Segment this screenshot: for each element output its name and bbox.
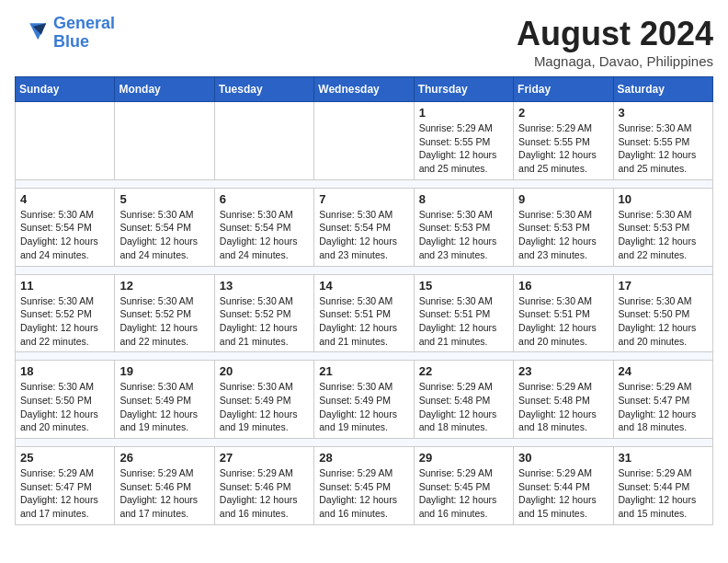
calendar-cell: 3Sunrise: 5:30 AM Sunset: 5:55 PM Daylig… <box>613 102 712 180</box>
weekday-header: Thursday <box>414 77 513 102</box>
week-divider <box>16 179 713 188</box>
day-info: Sunrise: 5:29 AM Sunset: 5:48 PM Dayligh… <box>419 380 508 434</box>
day-number: 5 <box>119 192 209 206</box>
day-number: 13 <box>220 279 309 293</box>
day-number: 25 <box>20 451 109 465</box>
day-info: Sunrise: 5:29 AM Sunset: 5:44 PM Dayligh… <box>619 466 708 521</box>
day-info: Sunrise: 5:30 AM Sunset: 5:51 PM Dayligh… <box>319 294 408 349</box>
day-info: Sunrise: 5:30 AM Sunset: 5:49 PM Dayligh… <box>119 380 209 434</box>
divider-cell <box>16 352 713 361</box>
calendar-cell: 26Sunrise: 5:29 AM Sunset: 5:46 PM Dayli… <box>115 447 214 525</box>
day-info: Sunrise: 5:30 AM Sunset: 5:51 PM Dayligh… <box>419 294 508 349</box>
weekday-header: Tuesday <box>214 77 313 102</box>
logo: General Blue <box>15 15 115 52</box>
day-info: Sunrise: 5:30 AM Sunset: 5:54 PM Dayligh… <box>319 208 408 262</box>
weekday-header: Saturday <box>613 77 712 102</box>
day-info: Sunrise: 5:30 AM Sunset: 5:50 PM Dayligh… <box>20 380 109 434</box>
day-info: Sunrise: 5:29 AM Sunset: 5:47 PM Dayligh… <box>20 466 109 521</box>
location: Magnaga, Davao, Philippines <box>517 53 713 69</box>
weekday-header: Friday <box>514 77 613 102</box>
day-number: 23 <box>518 364 608 378</box>
week-divider <box>16 352 713 361</box>
divider-cell <box>16 266 713 274</box>
page-header: General Blue August 2024 Magnaga, Davao,… <box>15 15 713 69</box>
calendar-cell: 12Sunrise: 5:30 AM Sunset: 5:52 PM Dayli… <box>115 274 214 352</box>
calendar-cell: 8Sunrise: 5:30 AM Sunset: 5:53 PM Daylig… <box>414 188 513 266</box>
calendar-cell: 6Sunrise: 5:30 AM Sunset: 5:54 PM Daylig… <box>214 188 313 266</box>
calendar-cell: 27Sunrise: 5:29 AM Sunset: 5:46 PM Dayli… <box>214 447 313 525</box>
day-info: Sunrise: 5:29 AM Sunset: 5:44 PM Dayligh… <box>518 466 608 521</box>
calendar-cell: 14Sunrise: 5:30 AM Sunset: 5:51 PM Dayli… <box>314 274 414 352</box>
title-block: August 2024 Magnaga, Davao, Philippines <box>517 15 713 69</box>
day-number: 12 <box>119 279 209 293</box>
day-info: Sunrise: 5:29 AM Sunset: 5:48 PM Dayligh… <box>518 380 608 434</box>
calendar-cell: 2Sunrise: 5:29 AM Sunset: 5:55 PM Daylig… <box>514 102 613 180</box>
calendar-cell: 11Sunrise: 5:30 AM Sunset: 5:52 PM Dayli… <box>16 274 115 352</box>
day-number: 6 <box>220 192 309 206</box>
month-year: August 2024 <box>517 15 713 53</box>
calendar-cell: 16Sunrise: 5:30 AM Sunset: 5:51 PM Dayli… <box>514 274 613 352</box>
day-info: Sunrise: 5:30 AM Sunset: 5:52 PM Dayligh… <box>20 294 109 349</box>
day-number: 21 <box>319 364 408 378</box>
calendar-cell: 4Sunrise: 5:30 AM Sunset: 5:54 PM Daylig… <box>16 188 115 266</box>
logo-text: General Blue <box>53 15 115 52</box>
day-number: 24 <box>619 364 708 378</box>
calendar-cell: 9Sunrise: 5:30 AM Sunset: 5:53 PM Daylig… <box>514 188 613 266</box>
weekday-header: Wednesday <box>314 77 414 102</box>
calendar-cell: 10Sunrise: 5:30 AM Sunset: 5:53 PM Dayli… <box>613 188 712 266</box>
logo-icon <box>15 17 48 50</box>
day-number: 18 <box>20 364 109 378</box>
day-number: 9 <box>518 192 608 206</box>
day-number: 4 <box>20 192 109 206</box>
day-info: Sunrise: 5:30 AM Sunset: 5:54 PM Dayligh… <box>119 208 209 262</box>
calendar-cell <box>314 102 414 180</box>
day-info: Sunrise: 5:30 AM Sunset: 5:53 PM Dayligh… <box>518 208 608 262</box>
day-number: 26 <box>119 451 209 465</box>
calendar-cell: 25Sunrise: 5:29 AM Sunset: 5:47 PM Dayli… <box>16 447 115 525</box>
day-number: 28 <box>319 451 408 465</box>
day-info: Sunrise: 5:30 AM Sunset: 5:52 PM Dayligh… <box>119 294 209 349</box>
day-info: Sunrise: 5:29 AM Sunset: 5:46 PM Dayligh… <box>220 466 309 521</box>
calendar-week-row: 4Sunrise: 5:30 AM Sunset: 5:54 PM Daylig… <box>16 188 713 266</box>
day-number: 16 <box>518 279 608 293</box>
day-info: Sunrise: 5:30 AM Sunset: 5:53 PM Dayligh… <box>419 208 508 262</box>
day-info: Sunrise: 5:30 AM Sunset: 5:51 PM Dayligh… <box>518 294 608 349</box>
day-number: 20 <box>220 364 309 378</box>
day-number: 15 <box>419 279 508 293</box>
divider-cell <box>16 439 713 447</box>
weekday-header: Monday <box>115 77 214 102</box>
calendar-cell: 5Sunrise: 5:30 AM Sunset: 5:54 PM Daylig… <box>115 188 214 266</box>
day-number: 11 <box>20 279 109 293</box>
day-info: Sunrise: 5:29 AM Sunset: 5:45 PM Dayligh… <box>419 466 508 521</box>
calendar-cell: 17Sunrise: 5:30 AM Sunset: 5:50 PM Dayli… <box>613 274 712 352</box>
calendar-cell: 29Sunrise: 5:29 AM Sunset: 5:45 PM Dayli… <box>414 447 513 525</box>
divider-cell <box>16 179 713 188</box>
day-number: 3 <box>619 106 708 120</box>
calendar-cell: 15Sunrise: 5:30 AM Sunset: 5:51 PM Dayli… <box>414 274 513 352</box>
day-number: 10 <box>619 192 708 206</box>
calendar: SundayMondayTuesdayWednesdayThursdayFrid… <box>15 76 713 525</box>
day-number: 14 <box>319 279 408 293</box>
calendar-cell: 21Sunrise: 5:30 AM Sunset: 5:49 PM Dayli… <box>314 361 414 439</box>
calendar-cell: 31Sunrise: 5:29 AM Sunset: 5:44 PM Dayli… <box>613 447 712 525</box>
calendar-cell: 1Sunrise: 5:29 AM Sunset: 5:55 PM Daylig… <box>414 102 513 180</box>
calendar-cell: 23Sunrise: 5:29 AM Sunset: 5:48 PM Dayli… <box>514 361 613 439</box>
day-info: Sunrise: 5:30 AM Sunset: 5:52 PM Dayligh… <box>220 294 309 349</box>
day-number: 29 <box>419 451 508 465</box>
day-number: 7 <box>319 192 408 206</box>
calendar-cell <box>115 102 214 180</box>
day-number: 22 <box>419 364 508 378</box>
day-number: 1 <box>419 106 508 120</box>
day-number: 17 <box>619 279 708 293</box>
day-number: 19 <box>119 364 209 378</box>
week-divider <box>16 439 713 447</box>
day-number: 31 <box>619 451 708 465</box>
calendar-week-row: 25Sunrise: 5:29 AM Sunset: 5:47 PM Dayli… <box>16 447 713 525</box>
week-divider <box>16 266 713 274</box>
day-number: 8 <box>419 192 508 206</box>
day-info: Sunrise: 5:30 AM Sunset: 5:49 PM Dayligh… <box>319 380 408 434</box>
calendar-cell: 13Sunrise: 5:30 AM Sunset: 5:52 PM Dayli… <box>214 274 313 352</box>
calendar-week-row: 1Sunrise: 5:29 AM Sunset: 5:55 PM Daylig… <box>16 102 713 180</box>
calendar-cell: 18Sunrise: 5:30 AM Sunset: 5:50 PM Dayli… <box>16 361 115 439</box>
calendar-cell <box>214 102 313 180</box>
